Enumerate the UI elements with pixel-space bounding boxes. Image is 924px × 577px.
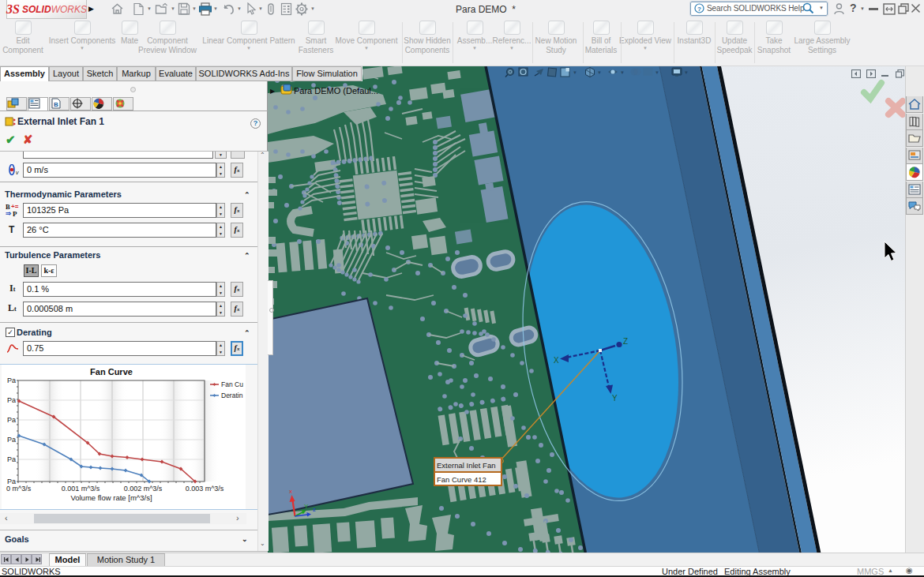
svg-text:External Inlet Fan: External Inlet Fan (437, 461, 495, 470)
svg-text:0.002 m^3/s: 0.002 m^3/s (124, 485, 163, 493)
svg-text:▼: ▼ (620, 70, 625, 75)
svg-text:▶: ▶ (270, 88, 276, 95)
svg-text:?: ? (697, 6, 701, 13)
svg-text:Pa: Pa (7, 396, 16, 404)
svg-text:Volume flow rate [m^3/s]: Volume flow rate [m^3/s] (70, 493, 152, 502)
svg-text:Fan Curve 412: Fan Curve 412 (437, 475, 486, 484)
svg-text:▼: ▼ (655, 70, 659, 75)
svg-text:v: v (16, 170, 19, 175)
svg-text:▼: ▼ (573, 70, 577, 75)
svg-text:z: z (313, 506, 316, 513)
svg-text:0.001 m^3/s: 0.001 m^3/s (62, 485, 100, 493)
svg-text:P: P (13, 210, 17, 217)
svg-text:Pa: Pa (7, 436, 16, 444)
svg-text:Para DEMO (Defaul...: Para DEMO (Defaul... (294, 86, 378, 96)
svg-text:Fan Cu: Fan Cu (221, 380, 243, 388)
svg-text:0 m^3/s: 0 m^3/s (6, 485, 32, 493)
svg-text:Fan Curve: Fan Curve (90, 367, 133, 377)
svg-text:Y: Y (304, 503, 309, 510)
svg-text:0.003 m^3/s: 0.003 m^3/s (186, 485, 224, 493)
svg-text:Y: Y (612, 394, 618, 403)
svg-text:⇒: ⇒ (6, 209, 11, 216)
svg-text:x: x (289, 488, 292, 495)
svg-text:Pa: Pa (7, 377, 16, 384)
svg-text:X: X (554, 356, 559, 365)
svg-text:Z: Z (623, 337, 628, 346)
svg-text:▼: ▼ (684, 70, 689, 75)
svg-text:Deratin: Deratin (221, 392, 243, 399)
svg-text:▼: ▼ (597, 70, 602, 75)
svg-text:B: B (54, 101, 58, 108)
svg-text:Pa: Pa (7, 455, 16, 463)
svg-text:Pa: Pa (7, 416, 16, 424)
